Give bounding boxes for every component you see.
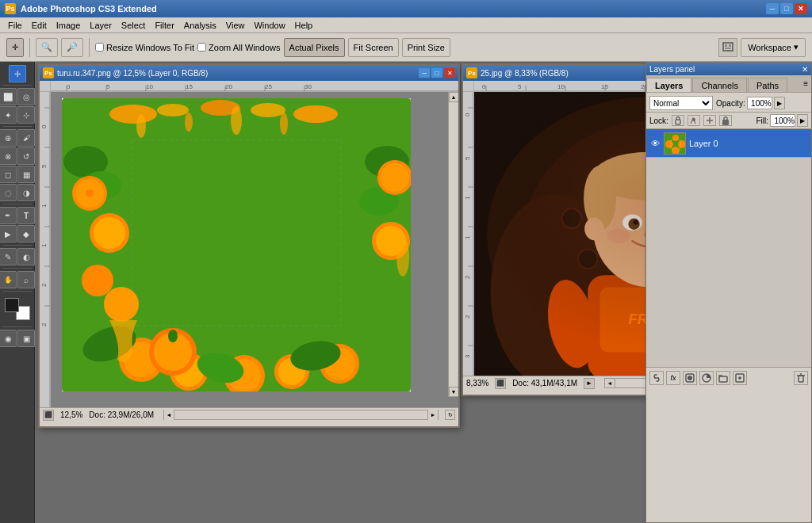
tool-separator-6 xyxy=(3,291,32,292)
doc2-navigate-btn[interactable]: ⬛ xyxy=(495,378,506,389)
notes-tool[interactable] xyxy=(0,248,17,265)
doc1-hscroll-right[interactable]: ► xyxy=(427,410,438,420)
layers-panel-close-icon[interactable]: ✕ xyxy=(802,65,808,74)
doc2-info-btn[interactable]: ► xyxy=(584,378,595,389)
svg-text:0: 0 xyxy=(40,124,48,128)
svg-point-40 xyxy=(231,106,242,135)
doc1-maximize[interactable]: □ xyxy=(431,68,442,78)
lock-image-btn[interactable] xyxy=(688,115,700,126)
layer-item-0[interactable]: 👁 Layer 0 xyxy=(646,129,811,158)
menu-select[interactable]: Select xyxy=(117,19,151,32)
resize-windows-checkbox[interactable] xyxy=(95,43,104,52)
menu-window[interactable]: Window xyxy=(249,19,289,32)
path-selection-tool[interactable] xyxy=(0,225,17,242)
tab-channels[interactable]: Channels xyxy=(692,78,746,92)
zoom-all-checkbox[interactable] xyxy=(197,43,206,52)
menu-edit[interactable]: Edit xyxy=(27,19,52,32)
brush-tool[interactable] xyxy=(17,129,35,147)
shape-tool[interactable] xyxy=(17,225,35,242)
doc2-doc-size: Doc: 43,1M/43,1M xyxy=(512,379,577,387)
workspace-icon-btn[interactable] xyxy=(718,38,737,57)
pen-tool[interactable] xyxy=(0,207,17,224)
close-button[interactable]: ✕ xyxy=(795,3,807,14)
type-tool[interactable] xyxy=(17,207,35,224)
lock-all-btn[interactable] xyxy=(719,115,732,126)
doc1-rotate-btn[interactable]: ↻ xyxy=(445,410,455,420)
heal-tool[interactable] xyxy=(0,129,17,147)
foreground-color-swatch[interactable] xyxy=(5,298,19,312)
new-layer-btn[interactable] xyxy=(733,371,747,385)
menu-help[interactable]: Help xyxy=(290,19,318,32)
doc1-close[interactable]: ✕ xyxy=(444,68,455,78)
opacity-input[interactable] xyxy=(747,97,772,109)
layer-link-btn[interactable] xyxy=(649,371,664,385)
svg-point-152 xyxy=(672,135,679,141)
opacity-arrow-btn[interactable]: ▶ xyxy=(774,97,785,109)
svg-text:1: 1 xyxy=(40,243,48,247)
menu-file[interactable]: File xyxy=(3,19,27,32)
crop-tool[interactable] xyxy=(17,106,35,124)
doc1-hscroll-left[interactable]: ◄ xyxy=(164,410,174,420)
lasso-tool[interactable] xyxy=(17,88,35,105)
svg-point-33 xyxy=(109,105,157,124)
lock-position-btn[interactable] xyxy=(703,115,716,126)
fill-arrow-btn[interactable]: ▶ xyxy=(797,114,808,127)
actual-pixels-btn[interactable]: Actual Pixels xyxy=(284,38,345,57)
layers-panel-titlebar[interactable]: Layers panel ✕ xyxy=(646,63,811,75)
marquee-tool[interactable] xyxy=(0,88,17,105)
tab-paths[interactable]: Paths xyxy=(748,78,787,92)
history-tool[interactable] xyxy=(17,147,35,165)
svg-text:25: 25 xyxy=(265,83,272,90)
quick-mask-tool[interactable] xyxy=(0,330,17,347)
doc1-canvas[interactable]: ▲ ▼ xyxy=(51,92,458,407)
layer-0-thumbnail xyxy=(664,132,686,155)
menu-filter[interactable]: Filter xyxy=(150,19,178,32)
layer-group-btn[interactable] xyxy=(716,371,730,385)
blur-tool[interactable] xyxy=(0,184,17,201)
toolbar-separator-1 xyxy=(29,38,30,57)
doc1-navigate-btn[interactable]: ⬛ xyxy=(43,410,54,421)
menu-analysis[interactable]: Analysis xyxy=(179,19,221,32)
delete-layer-btn[interactable] xyxy=(794,371,808,385)
dodge-tool[interactable] xyxy=(17,184,35,201)
doc1-vscroll-up[interactable]: ▲ xyxy=(449,92,459,102)
svg-text:5: 5 xyxy=(40,164,48,168)
clone-tool[interactable] xyxy=(0,147,17,165)
screen-mode-tool[interactable] xyxy=(17,330,35,347)
layer-fx-btn[interactable]: fx xyxy=(666,371,680,385)
move-tool[interactable] xyxy=(9,65,26,82)
workspace-button[interactable]: Workspace ▾ xyxy=(741,38,806,57)
tab-layers[interactable]: Layers xyxy=(646,78,691,92)
minimize-button[interactable]: ─ xyxy=(766,3,779,14)
zoom-tool[interactable] xyxy=(17,271,35,288)
menu-view[interactable]: View xyxy=(221,19,250,32)
layer-mask-btn[interactable] xyxy=(683,371,697,385)
zoom-in-btn[interactable]: 🔍 xyxy=(36,38,58,57)
layers-panel-footer: fx xyxy=(646,367,811,387)
magic-wand-tool[interactable] xyxy=(0,106,17,124)
maximize-button[interactable]: □ xyxy=(780,3,793,14)
panel-menu-btn[interactable]: ≡ xyxy=(800,79,811,88)
tool-separator-7 xyxy=(3,326,32,327)
fill-input[interactable] xyxy=(770,114,795,127)
doc1-hscrollbar[interactable]: ◄ ► xyxy=(163,410,439,420)
blend-mode-select[interactable]: Normal xyxy=(649,96,713,110)
fit-screen-btn[interactable]: Fit Screen xyxy=(348,38,399,57)
doc1-title: turu.ru.347.png @ 12,5% (Layer 0, RGB/8) xyxy=(57,69,419,78)
doc2-hscroll-left[interactable]: ◄ xyxy=(605,378,615,388)
doc1-minimize[interactable]: ─ xyxy=(419,68,430,78)
layer-adjustment-btn[interactable] xyxy=(699,371,714,385)
eyedropper-tool[interactable] xyxy=(17,248,35,265)
gradient-tool[interactable] xyxy=(17,166,35,183)
hand-tool[interactable] xyxy=(0,271,17,288)
doc1-vscrollbar[interactable]: ▲ ▼ xyxy=(448,92,458,397)
print-size-btn[interactable]: Print Size xyxy=(402,38,450,57)
eraser-tool[interactable] xyxy=(0,166,17,183)
doc1-title-bar[interactable]: Ps turu.ru.347.png @ 12,5% (Layer 0, RGB… xyxy=(40,65,458,81)
layer-0-visibility[interactable]: 👁 xyxy=(649,138,661,149)
lock-transparency-btn[interactable] xyxy=(672,115,684,126)
zoom-out-btn[interactable]: 🔎 xyxy=(61,38,83,57)
menu-layer[interactable]: Layer xyxy=(85,19,117,32)
doc1-vscroll-down[interactable]: ▼ xyxy=(449,387,459,397)
menu-image[interactable]: Image xyxy=(52,19,86,32)
